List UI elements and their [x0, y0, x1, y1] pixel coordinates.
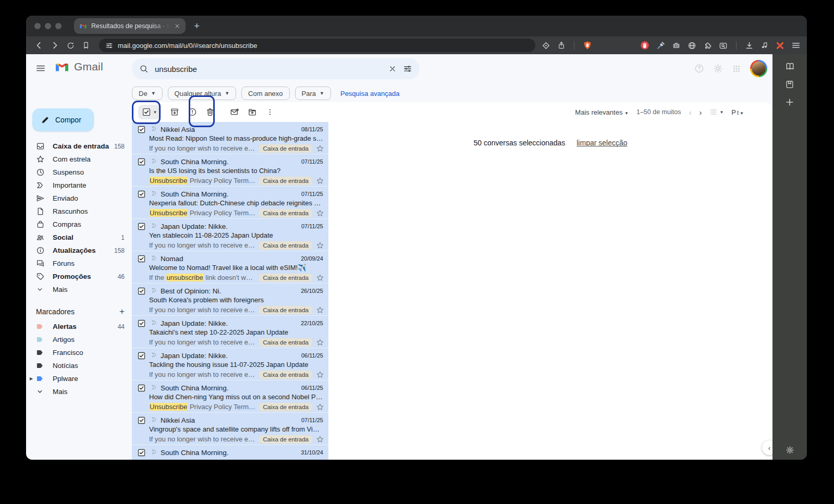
label-item-pplware[interactable]: ▶Pplware	[26, 372, 132, 385]
archive-icon[interactable]	[166, 107, 183, 117]
compose-button[interactable]: Compor	[32, 108, 94, 131]
row-checkbox[interactable]	[138, 352, 145, 360]
translate-extension-icon[interactable]	[688, 41, 696, 50]
downloads-icon[interactable]	[745, 41, 754, 50]
google-apps-icon[interactable]	[732, 64, 741, 73]
minimize-window-button[interactable]	[45, 23, 51, 29]
share-icon[interactable]	[557, 41, 566, 50]
account-avatar[interactable]	[750, 60, 767, 77]
input-tools-button[interactable]: Pt ▼	[731, 108, 744, 116]
star-icon[interactable]	[316, 338, 324, 347]
search-bar[interactable]: unsubscribe	[132, 58, 420, 79]
browser-menu-icon[interactable]	[791, 41, 801, 50]
email-row[interactable]: Japan Update: Nikke. 07/11/25 Yen stable…	[132, 219, 328, 251]
screenshot-extension-icon[interactable]	[672, 41, 681, 50]
star-icon[interactable]	[316, 371, 324, 379]
row-checkbox[interactable]	[138, 287, 145, 295]
sidebar-item-com-estrela[interactable]: Com estrela	[26, 153, 132, 166]
email-row[interactable]: Nikkei Asia 08/11/25 Most Read: Nippon S…	[132, 122, 328, 154]
sidebar-item-suspenso[interactable]: Suspenso	[26, 166, 132, 179]
importance-marker-icon[interactable]	[151, 319, 159, 327]
importance-marker-icon[interactable]	[151, 384, 159, 391]
address-bar[interactable]: mail.google.com/mail/u/0/#search/unsubsc…	[99, 39, 535, 52]
importance-marker-icon[interactable]	[151, 126, 159, 133]
row-checkbox[interactable]	[138, 416, 145, 424]
star-icon[interactable]	[316, 306, 324, 314]
new-tab-button[interactable]: +	[194, 20, 200, 32]
adblock-extension-icon[interactable]	[640, 41, 649, 50]
importance-marker-icon[interactable]	[151, 449, 159, 456]
settings-gear-icon[interactable]	[713, 64, 723, 73]
importance-marker-icon[interactable]	[151, 190, 159, 198]
more-actions-icon[interactable]	[261, 108, 279, 116]
tab-close-icon[interactable]	[174, 23, 180, 29]
star-icon[interactable]	[316, 274, 324, 282]
newer-page-icon[interactable]: ‹	[689, 108, 691, 117]
row-checkbox[interactable]	[138, 223, 145, 230]
label-item-alertas[interactable]: Alertas44	[26, 320, 132, 333]
sidebar-item-caixa-de-entrada[interactable]: Caixa de entrada158	[26, 140, 132, 153]
importance-marker-icon[interactable]	[151, 158, 159, 165]
row-checkbox[interactable]	[138, 255, 145, 263]
email-row[interactable]: Nikkei Asia 07/11/25 Vingroup's space an…	[132, 413, 328, 445]
expand-label-icon[interactable]: ▶	[30, 376, 33, 381]
filter-chip-com-anexo[interactable]: Com anexo	[241, 87, 289, 100]
report-spam-icon[interactable]	[183, 107, 201, 117]
reading-list-icon[interactable]	[785, 62, 795, 71]
email-row[interactable]: South China Morning. 07/11/25 Is the US …	[132, 154, 328, 187]
email-row[interactable]: South China Morning. 31/10/24 Caixa de e…	[132, 445, 328, 460]
row-checkbox[interactable]	[138, 126, 145, 133]
star-icon[interactable]	[316, 435, 324, 444]
sort-dropdown[interactable]: Mais relevantes ▼	[575, 108, 629, 116]
filter-chip-de[interactable]: De▼	[132, 87, 163, 100]
find-in-page-icon[interactable]	[719, 41, 728, 50]
zoom-window-button[interactable]	[55, 23, 62, 29]
reading-mode-icon[interactable]	[542, 41, 550, 50]
back-icon[interactable]	[32, 41, 46, 50]
star-icon[interactable]	[316, 144, 324, 153]
star-icon[interactable]	[316, 241, 324, 250]
sidebar-item-enviado[interactable]: Enviado	[26, 192, 132, 205]
email-row[interactable]: Best of Opinion: Ni. 26/10/25 South Kore…	[132, 284, 328, 316]
row-checkbox[interactable]	[138, 449, 145, 457]
email-row[interactable]: South China Morning. 07/11/25 Nexperia f…	[132, 187, 328, 219]
mark-unread-icon[interactable]	[226, 107, 243, 117]
star-icon[interactable]	[316, 403, 324, 411]
search-input[interactable]: unsubscribe	[155, 65, 382, 73]
importance-marker-icon[interactable]	[151, 287, 159, 294]
forward-icon[interactable]	[48, 41, 62, 50]
sidebar-item-mais[interactable]: Mais	[26, 283, 132, 296]
filter-chip-para[interactable]: Para▼	[295, 87, 331, 100]
browser-tab[interactable]: Resultados de pesquisa - sofia	[74, 18, 186, 34]
select-all-button[interactable]: ▼	[138, 105, 161, 119]
sidebar-item-social[interactable]: Social1	[26, 231, 132, 244]
label-item-francisco[interactable]: Francisco	[26, 346, 132, 359]
star-icon[interactable]	[316, 209, 324, 217]
row-checkbox[interactable]	[138, 319, 145, 327]
search-icon[interactable]	[139, 64, 149, 73]
row-checkbox[interactable]	[138, 384, 145, 392]
bookmark-icon[interactable]	[79, 41, 93, 50]
move-to-icon[interactable]	[243, 107, 261, 117]
search-options-icon[interactable]	[403, 64, 412, 73]
select-all-checkbox[interactable]	[142, 108, 151, 116]
extensions-puzzle-icon[interactable]	[703, 41, 712, 50]
sidebar-item-fóruns[interactable]: Fóruns	[26, 257, 132, 270]
eyedropper-extension-icon[interactable]	[656, 41, 665, 50]
sidebar-item-promoções[interactable]: Promoções46	[26, 270, 132, 283]
label-item-mais[interactable]: Mais	[26, 385, 132, 398]
email-row[interactable]: Japan Update: Nikke. 22/10/25 Takaichi's…	[132, 316, 328, 348]
importance-marker-icon[interactable]	[151, 255, 159, 262]
email-row[interactable]: Japan Update: Nikke. 06/11/25 Tackling t…	[132, 348, 328, 380]
site-settings-icon[interactable]	[105, 42, 113, 50]
email-row[interactable]: South China Morning. 06/11/25 How did Ch…	[132, 380, 328, 413]
sidebar-item-atualizações[interactable]: Atualizações158	[26, 244, 132, 257]
star-icon[interactable]	[316, 177, 324, 185]
label-item-artigos[interactable]: Artigos	[26, 333, 132, 346]
row-checkbox[interactable]	[138, 190, 145, 198]
media-icon[interactable]	[761, 41, 769, 50]
bookmarks-panel-icon[interactable]	[785, 80, 794, 89]
row-checkbox[interactable]	[138, 158, 145, 166]
split-pane-toggle[interactable]: ▼	[709, 108, 723, 116]
create-label-icon[interactable]: +	[119, 306, 125, 317]
